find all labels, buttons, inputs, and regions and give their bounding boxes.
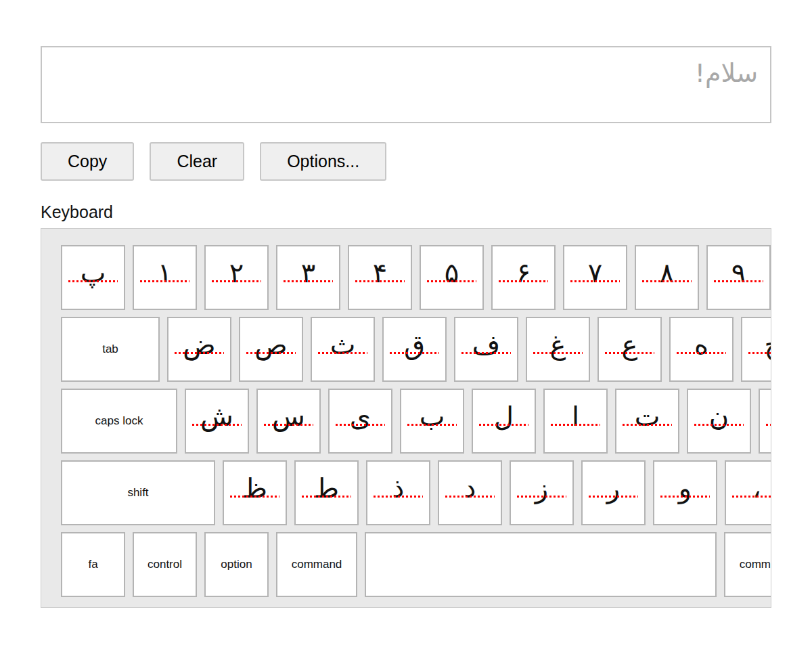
key-digit-9[interactable]: ۹ (706, 245, 771, 310)
key-char: خ (742, 318, 771, 358)
key-baseline-line (732, 496, 771, 498)
key-sin[interactable]: س (256, 389, 321, 454)
key-char: ث (312, 318, 374, 358)
key-baseline-line (390, 352, 439, 354)
key-khe[interactable]: خ (741, 317, 771, 382)
key-ta[interactable]: ط (294, 460, 359, 525)
key-char: ۱ (134, 246, 196, 286)
key-lam[interactable]: ل (472, 389, 536, 454)
key-alef[interactable]: ا (543, 389, 608, 454)
keyboard-row-bottom: shift ظ ط ذ د ز ر (61, 460, 771, 525)
key-digit-6[interactable]: ۶ (491, 245, 556, 310)
key-mim[interactable]: م (759, 389, 771, 454)
key-shift[interactable]: shift (61, 460, 215, 525)
key-char: ، (726, 462, 771, 502)
keyboard-row-home: caps lock ش س ی ب ل ا (61, 389, 771, 454)
key-char: د (439, 462, 501, 502)
key-baseline-line (677, 352, 726, 354)
key-label: command (725, 533, 771, 596)
key-vav[interactable]: و (653, 460, 717, 525)
key-te[interactable]: ت (615, 389, 679, 454)
key-tab[interactable]: tab (61, 317, 160, 382)
key-option[interactable]: option (204, 532, 269, 597)
key-baseline-line (284, 280, 333, 282)
key-digit-3[interactable]: ۳ (276, 245, 340, 310)
keyboard-row-digits: پ ۱ ۲ ۳ ۴ ۵ ۶ (61, 245, 771, 310)
keyboard-heading: Keyboard (41, 202, 771, 222)
key-char: و (654, 462, 716, 502)
key-baseline-line (694, 424, 744, 426)
key-fe[interactable]: ف (454, 317, 518, 382)
key-char: ۷ (564, 246, 626, 286)
key-he[interactable]: ه (669, 317, 734, 382)
key-comma[interactable]: ، (725, 460, 771, 525)
key-baseline-line (68, 280, 118, 282)
copy-button[interactable]: Copy (41, 142, 134, 181)
key-char: ص (240, 318, 302, 358)
key-baseline-line (714, 280, 763, 282)
key-control[interactable]: control (133, 532, 197, 597)
key-digit-1[interactable]: ۱ (133, 245, 197, 310)
key-char: ز (511, 462, 572, 502)
key-baseline-line (407, 424, 457, 426)
key-ze[interactable]: ز (510, 460, 574, 525)
key-space[interactable] (365, 532, 717, 597)
key-char: س (258, 390, 319, 430)
key-baseline-line (660, 496, 710, 498)
key-sad[interactable]: ص (239, 317, 303, 382)
key-char: ت (616, 390, 678, 430)
keyboard-row-modifiers: fa control option command command (61, 532, 771, 597)
key-char: ض (168, 318, 230, 358)
key-se[interactable]: ث (311, 317, 375, 382)
options-button[interactable]: Options... (260, 142, 386, 181)
key-baseline-line (175, 352, 224, 354)
key-shin[interactable]: ش (185, 389, 249, 454)
key-label: shift (62, 462, 214, 524)
key-baseline-line (230, 496, 279, 498)
key-digit-7[interactable]: ۷ (563, 245, 627, 310)
keyboard-panel: پ ۱ ۲ ۳ ۴ ۵ ۶ (41, 228, 771, 608)
key-char: ظ (224, 462, 286, 502)
key-za[interactable]: ظ (223, 460, 287, 525)
key-zad[interactable]: ض (167, 317, 231, 382)
key-char: ش (186, 390, 248, 430)
key-char: ۲ (206, 246, 267, 286)
key-eyn[interactable]: ع (597, 317, 662, 382)
key-digit-8[interactable]: ۸ (635, 245, 699, 310)
clear-button[interactable]: Clear (150, 142, 244, 181)
output-textarea[interactable] (41, 46, 771, 123)
key-char: ا (545, 390, 606, 430)
key-baseline-line (302, 496, 351, 498)
key-capslock[interactable]: caps lock (61, 389, 177, 454)
key-digit-4[interactable]: ۴ (348, 245, 412, 310)
key-ghayn[interactable]: غ (526, 317, 590, 382)
key-char: ه (671, 318, 732, 358)
key-dal[interactable]: د (438, 460, 502, 525)
key-ye[interactable]: ی (328, 389, 392, 454)
key-pe[interactable]: پ (61, 245, 125, 310)
key-command-left[interactable]: command (276, 532, 357, 597)
key-zal[interactable]: ذ (366, 460, 430, 525)
key-char: ۵ (421, 246, 482, 286)
key-char: ق (384, 318, 445, 358)
key-char: ط (296, 462, 357, 502)
key-command-right[interactable]: command (724, 532, 771, 597)
key-baseline-line (748, 352, 771, 354)
key-fa[interactable]: fa (61, 532, 125, 597)
key-nun[interactable]: ن (687, 389, 751, 454)
key-char: ن (688, 390, 750, 430)
key-digit-2[interactable]: ۲ (204, 245, 269, 310)
key-baseline-line (642, 280, 692, 282)
key-digit-5[interactable]: ۵ (420, 245, 484, 310)
key-label: fa (62, 533, 124, 596)
key-baseline-line (570, 280, 620, 282)
key-baseline-line (605, 352, 654, 354)
key-char: ۶ (493, 246, 554, 286)
key-baseline-line (551, 424, 600, 426)
key-baseline-line (461, 352, 511, 354)
key-qaf[interactable]: ق (382, 317, 447, 382)
key-char: ذ (367, 462, 429, 502)
key-baseline-line (264, 424, 313, 426)
key-re[interactable]: ر (581, 460, 646, 525)
key-be[interactable]: ب (400, 389, 464, 454)
